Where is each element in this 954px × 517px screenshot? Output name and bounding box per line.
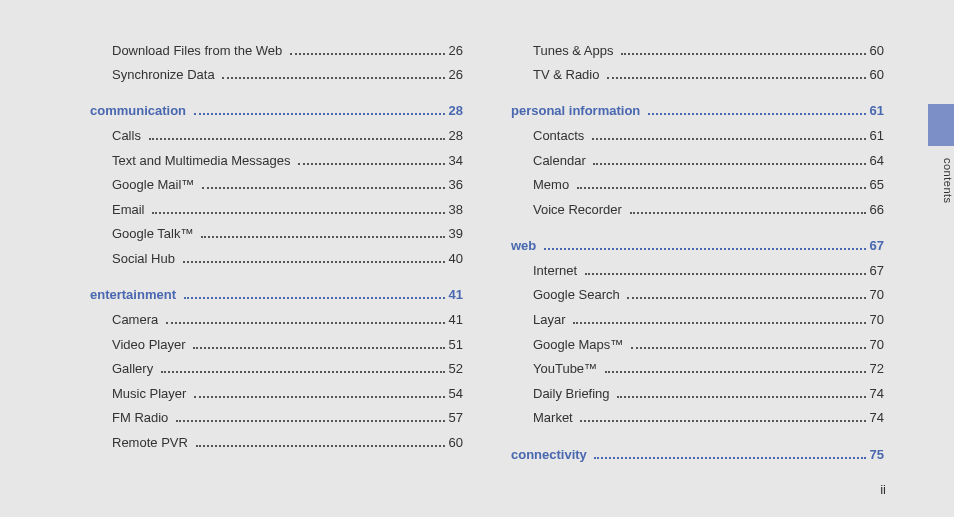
leader-dots <box>193 347 444 349</box>
toc-entry[interactable]: Camera 41 <box>112 310 463 330</box>
toc-page-ref: 28 <box>447 126 463 146</box>
toc-entry[interactable]: Internet 67 <box>533 261 884 281</box>
leader-dots <box>201 236 444 238</box>
toc-entry-label: Gallery <box>112 359 153 379</box>
toc-entry-label: Music Player <box>112 384 186 404</box>
toc-section-heading[interactable]: entertainment 41 <box>90 285 463 305</box>
toc-entry[interactable]: Google Mail™ 36 <box>112 175 463 195</box>
toc-entry-label: Calendar <box>533 151 586 171</box>
toc-page-ref: 26 <box>447 41 463 61</box>
leader-dots <box>593 163 865 165</box>
toc-entry[interactable]: Google Maps™ 70 <box>533 335 884 355</box>
toc-page-ref: 74 <box>868 384 884 404</box>
toc-section-heading[interactable]: personal information 61 <box>511 101 884 121</box>
toc-page-ref: 75 <box>868 445 884 465</box>
leader-dots <box>630 212 866 214</box>
leader-dots <box>176 420 445 422</box>
toc-page-ref: 65 <box>868 175 884 195</box>
toc-entry[interactable]: Video Player 51 <box>112 335 463 355</box>
toc-entry[interactable]: Calls 28 <box>112 126 463 146</box>
toc-entry-label: Google Maps™ <box>533 335 623 355</box>
toc-entry[interactable]: YouTube™ 72 <box>533 359 884 379</box>
toc-page: Download Files from the Web 26Synchroniz… <box>0 0 954 517</box>
toc-entry[interactable]: Market 74 <box>533 408 884 428</box>
toc-page-ref: 61 <box>868 126 884 146</box>
toc-entry-label: TV & Radio <box>533 65 599 85</box>
toc-entry-label: Layar <box>533 310 566 330</box>
leader-dots <box>621 53 865 55</box>
leader-dots <box>617 396 865 398</box>
toc-entry[interactable]: Google Search 70 <box>533 285 884 305</box>
toc-entry[interactable]: Gallery 52 <box>112 359 463 379</box>
toc-entry-label: Internet <box>533 261 577 281</box>
toc-page-ref: 67 <box>868 236 884 256</box>
toc-entry-label: Remote PVR <box>112 433 188 453</box>
toc-page-ref: 70 <box>868 285 884 305</box>
toc-entry[interactable]: Social Hub 40 <box>112 249 463 269</box>
leader-dots <box>194 396 444 398</box>
toc-entry-label: Download Files from the Web <box>112 41 282 61</box>
toc-entry-label: Synchronize Data <box>112 65 215 85</box>
toc-section-heading[interactable]: connectivity 75 <box>511 445 884 465</box>
leader-dots <box>607 77 865 79</box>
toc-page-ref: 41 <box>447 310 463 330</box>
toc-entry-label: Video Player <box>112 335 185 355</box>
leader-dots <box>152 212 444 214</box>
toc-entry[interactable]: Synchronize Data 26 <box>112 65 463 85</box>
leader-dots <box>585 273 866 275</box>
toc-page-ref: 26 <box>447 65 463 85</box>
toc-page-ref: 60 <box>868 41 884 61</box>
toc-entry-label: YouTube™ <box>533 359 597 379</box>
leader-dots <box>605 371 866 373</box>
toc-column-left: Download Files from the Web 26Synchroniz… <box>90 36 463 469</box>
toc-entry[interactable]: Google Talk™ 39 <box>112 224 463 244</box>
toc-entry[interactable]: Daily Briefing 74 <box>533 384 884 404</box>
toc-section-label: web <box>511 236 536 256</box>
toc-entry[interactable]: Voice Recorder 66 <box>533 200 884 220</box>
toc-entry[interactable]: Text and Multimedia Messages 34 <box>112 151 463 171</box>
toc-entry-label: Text and Multimedia Messages <box>112 151 290 171</box>
toc-entry-label: Calls <box>112 126 141 146</box>
toc-page-ref: 34 <box>447 151 463 171</box>
toc-page-ref: 39 <box>447 224 463 244</box>
toc-page-ref: 28 <box>447 101 463 121</box>
leader-dots <box>577 187 866 189</box>
toc-page-ref: 40 <box>447 249 463 269</box>
toc-entry-label: Contacts <box>533 126 584 146</box>
leader-dots <box>196 445 445 447</box>
toc-entry-label: Email <box>112 200 145 220</box>
toc-entry[interactable]: Music Player 54 <box>112 384 463 404</box>
toc-page-ref: 74 <box>868 408 884 428</box>
toc-section-label: connectivity <box>511 445 587 465</box>
toc-entry[interactable]: Remote PVR 60 <box>112 433 463 453</box>
leader-dots <box>592 138 866 140</box>
toc-entry[interactable]: Email 38 <box>112 200 463 220</box>
toc-entry[interactable]: Memo 65 <box>533 175 884 195</box>
toc-entry[interactable]: Tunes & Apps 60 <box>533 41 884 61</box>
toc-section-label: entertainment <box>90 285 176 305</box>
toc-page-ref: 66 <box>868 200 884 220</box>
toc-entry-label: Memo <box>533 175 569 195</box>
toc-entry[interactable]: Download Files from the Web 26 <box>112 41 463 61</box>
toc-entry-label: Camera <box>112 310 158 330</box>
leader-dots <box>627 297 865 299</box>
leader-dots <box>202 187 445 189</box>
toc-entry[interactable]: TV & Radio 60 <box>533 65 884 85</box>
toc-section-label: personal information <box>511 101 640 121</box>
toc-entry-label: FM Radio <box>112 408 168 428</box>
toc-column-right: Tunes & Apps 60TV & Radio 60personal inf… <box>511 36 884 469</box>
toc-entry[interactable]: Calendar 64 <box>533 151 884 171</box>
toc-section-heading[interactable]: web 67 <box>511 236 884 256</box>
page-number: ii <box>880 482 886 497</box>
leader-dots <box>183 261 445 263</box>
toc-page-ref: 54 <box>447 384 463 404</box>
toc-page-ref: 60 <box>868 65 884 85</box>
toc-entry[interactable]: Layar 70 <box>533 310 884 330</box>
leader-dots <box>161 371 445 373</box>
toc-section-heading[interactable]: communication 28 <box>90 101 463 121</box>
toc-entry[interactable]: Contacts 61 <box>533 126 884 146</box>
toc-entry-label: Tunes & Apps <box>533 41 613 61</box>
toc-entry[interactable]: FM Radio 57 <box>112 408 463 428</box>
toc-entry-label: Social Hub <box>112 249 175 269</box>
leader-dots <box>648 113 866 115</box>
